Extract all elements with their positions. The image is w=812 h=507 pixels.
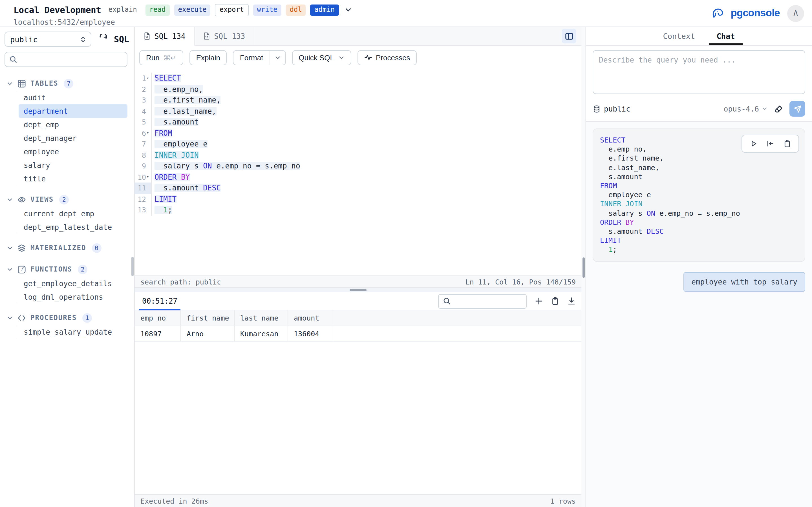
connection-info: Local Development explainreadexecuteexpo…: [0, 0, 352, 26]
line-number[interactable]: 1▾: [135, 73, 152, 83]
copy-code-icon[interactable]: [783, 140, 791, 148]
line-number-text: 3: [142, 96, 146, 105]
line-number[interactable]: 5: [135, 117, 152, 128]
line-number[interactable]: 9: [135, 161, 152, 172]
sidebar-item-dept_emp_latest_date[interactable]: dept_emp_latest_date: [18, 220, 128, 234]
sidebar-search-input[interactable]: [21, 55, 123, 64]
send-message-button[interactable]: [790, 101, 805, 117]
sidebar-section-header-tables[interactable]: TABLES7: [0, 76, 134, 91]
sidebar-scrollbar-thumb[interactable]: [132, 257, 134, 276]
code-line[interactable]: INNER JOIN: [152, 151, 199, 159]
sidebar-item-simple_salary_update[interactable]: simple_salary_update: [18, 325, 128, 339]
line-number[interactable]: 12: [135, 193, 152, 205]
table-cell[interactable]: 10897: [135, 326, 181, 341]
table-cell[interactable]: Arno: [181, 326, 235, 341]
sidebar-item-salary[interactable]: salary: [18, 158, 128, 172]
chat-prompt-input[interactable]: [593, 50, 805, 94]
sidebar-item-department[interactable]: department: [18, 104, 128, 118]
code-line[interactable]: 1;: [152, 206, 172, 214]
results-search-input[interactable]: [455, 297, 522, 305]
code-line[interactable]: e.emp_no,: [152, 85, 203, 94]
run-button[interactable]: Run ⌘↵: [139, 50, 183, 65]
sidebar-item-dept_emp[interactable]: dept_emp: [18, 118, 128, 131]
tab-sql-133[interactable]: SQL 133: [195, 27, 254, 45]
user-avatar[interactable]: A: [787, 5, 804, 22]
toggle-side-panel-button[interactable]: [562, 29, 576, 43]
line-number[interactable]: 11: [135, 182, 152, 193]
panel-tab-context[interactable]: Context: [655, 27, 703, 45]
column-header-first_name[interactable]: first_name: [181, 311, 235, 326]
column-header-last_name[interactable]: last_name: [235, 311, 288, 326]
panel-resize-divider[interactable]: [581, 27, 586, 507]
sidebar-item-log_dml_operations[interactable]: log_dml_operations: [18, 290, 128, 304]
copy-results-icon[interactable]: [551, 297, 559, 305]
sidebar-section-header-functions[interactable]: fFUNCTIONS2: [0, 262, 134, 277]
sidebar-section-header-materialized[interactable]: MATERIALIZED0: [0, 240, 134, 255]
column-header-emp_no[interactable]: emp_no: [135, 311, 181, 326]
add-results-tab-icon[interactable]: [535, 297, 543, 305]
line-number[interactable]: 6▾: [135, 128, 152, 138]
line-number[interactable]: 13: [135, 205, 152, 216]
table-row[interactable]: 10897ArnoKumaresan136004: [135, 326, 581, 342]
sidebar-section-header-views[interactable]: VIEWS2: [0, 192, 134, 207]
chat-code-line: e.first_name,: [600, 154, 798, 163]
sql-editor[interactable]: 1▾SELECT2 e.emp_no,3 e.first_name,4 e.la…: [135, 69, 581, 276]
chat-schema-chip[interactable]: public: [593, 105, 630, 113]
code-line[interactable]: salary s ON e.emp_no = s.emp_no: [152, 162, 300, 170]
line-number[interactable]: 7: [135, 138, 152, 150]
connection-menu-chevron-icon[interactable]: [344, 6, 352, 14]
code-line[interactable]: e.first_name,: [152, 96, 221, 105]
sidebar-section-header-procedures[interactable]: PROCEDURES1: [0, 311, 134, 325]
chevron-down-icon: [7, 315, 13, 321]
code-text: employee e: [154, 140, 207, 149]
download-results-icon[interactable]: [567, 297, 576, 305]
sidebar-item-current_dept_emp[interactable]: current_dept_emp: [18, 207, 128, 220]
sidebar-search[interactable]: [4, 52, 128, 67]
panel-tab-chat[interactable]: Chat: [709, 27, 743, 45]
clear-chat-eraser-icon[interactable]: [774, 104, 783, 114]
sql-mode-label[interactable]: SQL: [114, 34, 129, 44]
line-number[interactable]: 8: [135, 150, 152, 161]
tab-sql-134[interactable]: SQL 134: [135, 27, 195, 46]
code-line[interactable]: s.amount: [152, 118, 199, 126]
code-line[interactable]: employee e: [152, 140, 207, 149]
sidebar-item-title[interactable]: title: [18, 172, 128, 185]
sidebar-item-dept_manager[interactable]: dept_manager: [18, 131, 128, 145]
layers-icon: [17, 244, 26, 252]
model-selector[interactable]: opus-4.6: [724, 105, 767, 113]
processes-button[interactable]: Processes: [357, 50, 417, 65]
run-code-play-icon[interactable]: [749, 140, 757, 148]
column-header-amount[interactable]: amount: [288, 311, 333, 326]
format-button[interactable]: Format: [233, 50, 286, 65]
schema-select[interactable]: public: [4, 32, 91, 47]
format-dropdown-chevron-icon[interactable]: [269, 50, 285, 64]
results-tab-timer[interactable]: 00:51:27: [139, 292, 180, 310]
code-line[interactable]: s.amount DESC: [152, 184, 221, 192]
explain-button[interactable]: Explain: [190, 50, 227, 65]
editor-line-11: 11 s.amount DESC: [135, 182, 581, 193]
fold-toggle-icon[interactable]: ▾: [146, 175, 151, 179]
code-line[interactable]: LIMIT: [152, 195, 176, 203]
section-items: current_dept_empdept_emp_latest_date: [16, 207, 134, 234]
results-search[interactable]: [438, 294, 527, 308]
results-resize-handle[interactable]: [350, 289, 366, 291]
code-line[interactable]: FROM: [152, 129, 172, 137]
line-number[interactable]: 4: [135, 106, 152, 117]
table-cell[interactable]: 136004: [288, 326, 333, 341]
insert-into-editor-icon[interactable]: [766, 140, 774, 148]
code-line[interactable]: SELECT: [152, 74, 181, 82]
code-line[interactable]: ORDER BY: [152, 173, 190, 181]
sidebar-item-get_employee_details[interactable]: get_employee_details: [18, 277, 128, 290]
line-number[interactable]: 3: [135, 95, 152, 106]
quick-sql-button[interactable]: Quick SQL: [292, 50, 351, 65]
line-number[interactable]: 10▾: [135, 172, 152, 182]
code-line[interactable]: e.last_name,: [152, 107, 216, 115]
line-number[interactable]: 2: [135, 83, 152, 95]
fold-toggle-icon[interactable]: ▾: [146, 131, 151, 135]
refresh-schema-icon[interactable]: [98, 34, 108, 44]
table-cell[interactable]: Kumaresan: [235, 326, 288, 341]
sidebar-item-employee[interactable]: employee: [18, 145, 128, 158]
panel-resize-handle[interactable]: [582, 258, 585, 278]
fold-toggle-icon[interactable]: ▾: [146, 76, 151, 80]
sidebar-item-audit[interactable]: audit: [18, 91, 128, 104]
